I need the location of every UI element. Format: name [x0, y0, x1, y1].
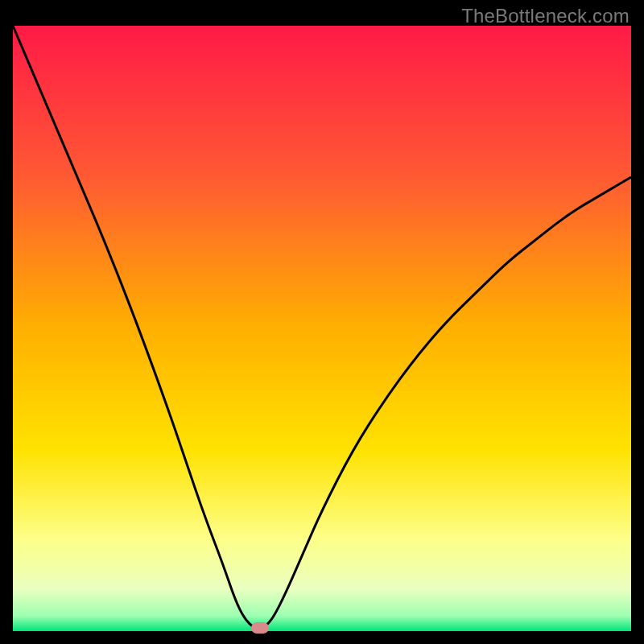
chart-frame: [13, 26, 631, 631]
gradient-background: [13, 26, 631, 631]
optimal-point-marker: [251, 622, 269, 634]
watermark-text: TheBottleneck.com: [461, 5, 630, 27]
bottleneck-chart: [13, 26, 631, 631]
